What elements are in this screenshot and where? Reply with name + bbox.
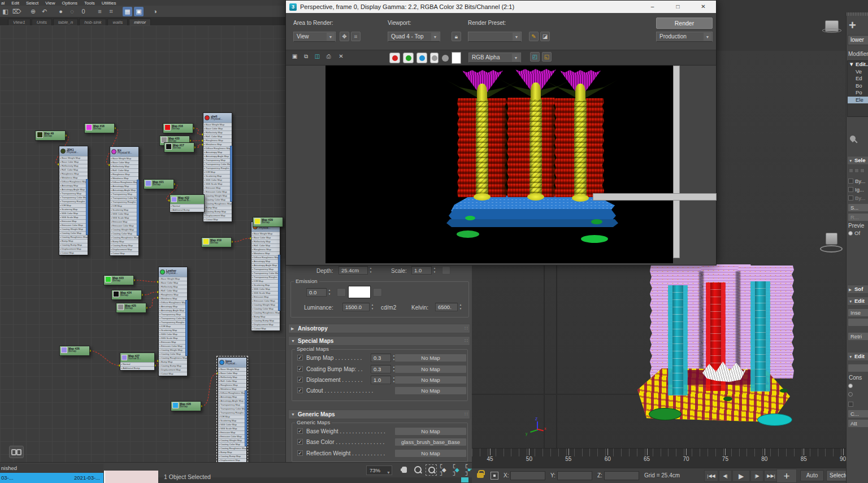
node-slot[interactable]: Refl. Color Map: [59, 168, 88, 172]
node-slot[interactable]: Emission Color Map: [218, 434, 246, 438]
ignore-backfacing-checkbox[interactable]: Ig...: [848, 186, 864, 193]
auto-region-icon[interactable]: ⌗: [351, 32, 361, 41]
node-slot[interactable]: SSS Color Map: [251, 287, 280, 291]
node-slot[interactable]: Displacement Map: [251, 323, 280, 327]
menu-item-tools[interactable]: Tools: [84, 1, 95, 6]
material-node-leather[interactable]: LeatherPhysical...Base Weight MapBase Co…: [158, 267, 188, 376]
select-tool-icon[interactable]: ◑: [150, 7, 160, 16]
node-slot[interactable]: Diffuse Roughness Map: [59, 180, 88, 184]
map-node-map26[interactable]: Map #26Bitmap: [59, 346, 90, 356]
map-slot-button[interactable]: No Map: [394, 427, 467, 436]
panel-grip[interactable]: [847, 12, 868, 16]
node-slot[interactable]: IOR Map: [251, 279, 280, 283]
node-slot[interactable]: Anisotropy Map: [251, 259, 280, 263]
menu-item-select[interactable]: Select: [26, 1, 38, 6]
node-slot[interactable]: Coating Bump Map: [251, 319, 280, 323]
view-tab-mirror[interactable]: mirror: [129, 19, 151, 25]
node-slot[interactable]: Anisotropy Angle Map: [218, 399, 246, 403]
save-image-icon[interactable]: ▣: [290, 52, 300, 62]
node-slot[interactable]: Additional Bump: [170, 208, 204, 212]
node-slot[interactable]: Reflectivity Map: [203, 130, 232, 134]
kelvin-spinner[interactable]: ▴▾: [458, 303, 463, 311]
y-coordinate-field[interactable]: [557, 471, 592, 480]
node-slot[interactable]: Coating Color Map: [203, 198, 232, 202]
node-slot[interactable]: SSS Scale Map: [251, 291, 280, 295]
node-slot[interactable]: Roughness Map: [218, 383, 246, 387]
node-slot[interactable]: Emission Map: [59, 219, 88, 223]
layer-icon[interactable]: ◰: [530, 52, 540, 62]
map-node-map28[interactable]: Map #28Bitmap: [171, 401, 201, 411]
node-slot[interactable]: Base Weight Map: [218, 367, 246, 371]
node-slot[interactable]: Coating Color Map: [159, 352, 187, 356]
area-to-render-dropdown[interactable]: View▼: [293, 32, 336, 42]
map-node-map9[interactable]: Map #9Bitmap: [35, 130, 66, 141]
map-node-map21[interactable]: Map #21Bitmap: [144, 179, 174, 189]
render-setup-icon[interactable]: ✎: [529, 32, 539, 41]
node-slot[interactable]: Emission Color Map: [110, 224, 138, 228]
node-slot[interactable]: Coating Color Map: [251, 307, 280, 311]
snapshot-icon[interactable]: ◱: [542, 52, 552, 62]
node-slot[interactable]: Base Color Map: [59, 160, 88, 164]
node-slot[interactable]: Base Weight Map: [159, 277, 187, 281]
node-slot[interactable]: Cutout Map: [59, 251, 88, 255]
node-slot[interactable]: Refl. Color Map: [203, 134, 232, 138]
delete-icon[interactable]: ⌦: [12, 7, 21, 16]
node-slot[interactable]: Reflectivity Map: [110, 164, 138, 168]
constraint-radio-1[interactable]: [848, 382, 854, 389]
map-slot-button[interactable]: No Map: [394, 354, 467, 362]
move-children-icon[interactable]: ⊕: [28, 7, 38, 16]
maximize-button[interactable]: □: [665, 1, 691, 13]
create-tab-icon[interactable]: +: [849, 18, 856, 33]
node-canvas[interactable]: Map #9BitmapMap #18BitmapMap #16BitmapMa…: [0, 25, 285, 462]
node-slot[interactable]: SSS Scale Map: [203, 182, 232, 186]
map-amount-field[interactable]: 1.0: [371, 376, 391, 384]
monochrome-icon[interactable]: [430, 53, 439, 63]
node-slot[interactable]: Displacement Map: [159, 368, 187, 372]
red-channel-icon[interactable]: [389, 53, 400, 63]
node-slot[interactable]: Roughness Map: [251, 247, 280, 251]
node-slot[interactable]: Diffuse Roughness Map: [203, 146, 232, 150]
edit-region-icon[interactable]: ✥: [340, 32, 349, 41]
render-vertical-scrollbar[interactable]: [673, 66, 680, 258]
material-node-jdk1[interactable]: JDK1Physical...Base Weight MapBase Color…: [59, 146, 88, 255]
map-slot-button[interactable]: No Map: [394, 376, 467, 384]
create-button[interactable]: C...: [848, 410, 868, 418]
node-slot[interactable]: Refl. Color Map: [159, 289, 187, 293]
emission-amount-field[interactable]: 0.0: [306, 288, 327, 297]
pan-icon[interactable]: [399, 464, 410, 476]
list-icon[interactable]: ≡: [95, 7, 105, 16]
node-slot[interactable]: Coating Weight Map: [251, 303, 280, 307]
node-slot[interactable]: Transparency Map: [59, 192, 88, 195]
map-node-map19[interactable]: Map #19Bitmap: [201, 237, 232, 247]
menu-item-view[interactable]: View: [45, 1, 55, 6]
minimize-button[interactable]: –: [640, 1, 665, 13]
navigator-binoculars-icon[interactable]: [9, 446, 24, 458]
node-slot[interactable]: Coating Bump Map: [59, 243, 88, 247]
node-slot[interactable]: Coating Weight Map: [218, 438, 246, 442]
node-slot[interactable]: Coating Roughness Map: [159, 356, 187, 360]
view-tab-Units[interactable]: Units: [32, 19, 52, 25]
anisotropy-rollout[interactable]: ▶Anisotropy∷: [288, 324, 470, 333]
node-slot[interactable]: Transparency Map: [159, 312, 187, 316]
material-node-pot[interactable]: potPhysical...Base Weight MapBase Color …: [251, 221, 280, 331]
set-key-button[interactable]: +: [776, 469, 797, 483]
node-slot[interactable]: IOR Map: [159, 324, 187, 328]
node-slot[interactable]: Normal: [170, 204, 204, 208]
map-slot-button[interactable]: No Map: [394, 386, 467, 395]
node-slot[interactable]: Base Weight Map: [110, 156, 138, 160]
menu-item-utilities[interactable]: Utilities: [102, 1, 116, 6]
node-slot[interactable]: Base Weight Map: [59, 156, 88, 160]
map-node-map27[interactable]: Map #27Normal B...NormalAdditional Bump: [120, 353, 155, 371]
view-tab-hob-sink[interactable]: hob-sink: [79, 19, 106, 25]
view-tab-View1[interactable]: View1: [8, 19, 31, 25]
node-slot[interactable]: Bump Map: [251, 315, 280, 319]
print-image-icon[interactable]: ⎙: [324, 52, 333, 62]
node-slot[interactable]: Coating Roughness Map: [218, 446, 246, 450]
node-slot[interactable]: Reflectivity Map: [159, 285, 187, 289]
node-slot[interactable]: Transparency Map: [218, 403, 246, 407]
z-coordinate-field[interactable]: [604, 471, 639, 480]
modifier-stack-item[interactable]: Bo: [848, 82, 868, 90]
green-channel-icon[interactable]: [403, 53, 414, 63]
macro-recorder-line[interactable]: [104, 471, 158, 483]
node-slot[interactable]: Emission Map: [203, 186, 232, 190]
